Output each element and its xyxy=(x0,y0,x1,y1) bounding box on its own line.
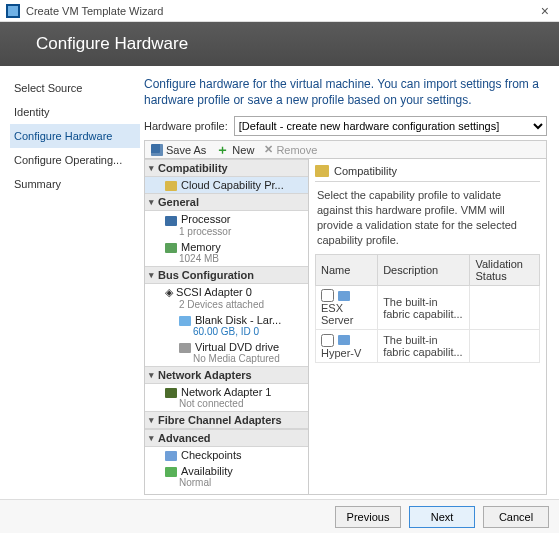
tree-item-availability[interactable]: AvailabilityNormal xyxy=(145,463,308,490)
intro-text: Configure hardware for the virtual machi… xyxy=(144,76,547,108)
tree-item-checkpoints[interactable]: Checkpoints xyxy=(145,447,308,463)
row-checkbox[interactable] xyxy=(321,289,334,302)
chevron-down-icon: ▾ xyxy=(149,197,154,207)
tree-section-bus[interactable]: ▾Bus Configuration xyxy=(145,266,308,284)
main-panel: Configure hardware for the virtual machi… xyxy=(140,66,559,499)
tree-section-general[interactable]: ▾General xyxy=(145,193,308,211)
window-title: Create VM Template Wizard xyxy=(26,5,537,17)
new-label: New xyxy=(232,144,254,156)
tree-section-fc[interactable]: ▾Fibre Channel Adapters xyxy=(145,411,308,429)
page-title: Configure Hardware xyxy=(36,34,188,54)
checkpoint-icon xyxy=(165,451,177,461)
tree-item-dvd[interactable]: Virtual DVD driveNo Media Captured xyxy=(145,339,308,366)
cloud-icon xyxy=(165,181,177,191)
chevron-down-icon: ▾ xyxy=(149,433,154,443)
hardware-profile-row: Hardware profile: [Default - create new … xyxy=(144,116,547,136)
nav-step-configure-hardware[interactable]: Configure Hardware xyxy=(10,124,140,148)
close-icon[interactable]: × xyxy=(537,3,553,19)
cpu-icon xyxy=(165,216,177,226)
save-as-label: Save As xyxy=(166,144,206,156)
availability-icon xyxy=(165,467,177,477)
detail-pane: Compatibility Select the capability prof… xyxy=(309,159,546,494)
table-row[interactable]: ESX Server The built-in fabric capabilit… xyxy=(316,285,540,330)
tree-item-memory[interactable]: Memory1024 MB xyxy=(145,239,308,266)
chevron-down-icon: ▾ xyxy=(149,370,154,380)
detail-title: Compatibility xyxy=(334,165,397,177)
app-icon xyxy=(6,4,20,18)
chevron-down-icon: ▾ xyxy=(149,270,154,280)
chevron-down-icon: ▾ xyxy=(149,163,154,173)
tree-item-nic1[interactable]: Network Adapter 1Not connected xyxy=(145,384,308,411)
capability-table: Name Description Validation Status ESX S… xyxy=(315,254,540,363)
row-checkbox[interactable] xyxy=(321,334,334,347)
remove-label: Remove xyxy=(276,144,317,156)
compatibility-icon xyxy=(315,165,329,177)
hardware-tree[interactable]: ▾Compatibility Cloud Capability Pr... ▾G… xyxy=(145,159,309,494)
profile-icon xyxy=(338,291,350,301)
tree-section-compatibility[interactable]: ▾Compatibility xyxy=(145,159,308,177)
remove-icon: ✕ xyxy=(264,143,273,156)
content-area: Select Source Identity Configure Hardwar… xyxy=(0,66,559,499)
detail-header: Compatibility xyxy=(315,163,540,182)
tree-item-blank-disk[interactable]: Blank Disk - Lar...60.00 GB, ID 0 xyxy=(145,312,308,339)
tree-section-advanced[interactable]: ▾Advanced xyxy=(145,429,308,447)
nav-step-select-source[interactable]: Select Source xyxy=(10,76,140,100)
dvd-icon xyxy=(179,343,191,353)
save-as-button[interactable]: Save As xyxy=(151,144,206,156)
table-row[interactable]: Hyper-V The built-in fabric capabilit... xyxy=(316,330,540,363)
col-description[interactable]: Description xyxy=(378,254,470,285)
remove-button: ✕ Remove xyxy=(264,143,317,156)
new-button[interactable]: ＋ New xyxy=(216,144,254,156)
hardware-profile-label: Hardware profile: xyxy=(144,120,228,132)
hardware-toolbar: Save As ＋ New ✕ Remove xyxy=(144,140,547,159)
detail-description: Select the capability profile to validat… xyxy=(315,182,540,253)
memory-icon xyxy=(165,243,177,253)
disk-icon xyxy=(179,316,191,326)
wizard-footer: Previous Next Cancel xyxy=(0,499,559,533)
tree-item-scsi[interactable]: ◈ SCSI Adapter 02 Devices attached xyxy=(145,284,308,312)
col-validation-status[interactable]: Validation Status xyxy=(470,254,540,285)
tree-item-processor[interactable]: Processor1 processor xyxy=(145,211,308,238)
profile-icon xyxy=(338,335,350,345)
cancel-button[interactable]: Cancel xyxy=(483,506,549,528)
nav-step-identity[interactable]: Identity xyxy=(10,100,140,124)
page-header: Configure Hardware xyxy=(0,22,559,66)
chevron-down-icon: ▾ xyxy=(149,415,154,425)
next-button[interactable]: Next xyxy=(409,506,475,528)
title-bar: Create VM Template Wizard × xyxy=(0,0,559,22)
save-icon xyxy=(151,144,163,156)
nav-step-configure-os[interactable]: Configure Operating... xyxy=(10,148,140,172)
nav-step-summary[interactable]: Summary xyxy=(10,172,140,196)
tree-section-network[interactable]: ▾Network Adapters xyxy=(145,366,308,384)
tree-item-firmware[interactable]: FirmwareSecure boot Enabled xyxy=(145,490,308,494)
hardware-panes: ▾Compatibility Cloud Capability Pr... ▾G… xyxy=(144,159,547,495)
hardware-profile-select[interactable]: [Default - create new hardware configura… xyxy=(234,116,547,136)
col-name[interactable]: Name xyxy=(316,254,378,285)
previous-button[interactable]: Previous xyxy=(335,506,401,528)
nic-icon xyxy=(165,388,177,398)
tree-item-cloud-capability[interactable]: Cloud Capability Pr... xyxy=(145,177,308,193)
plus-icon: ＋ xyxy=(216,144,229,156)
wizard-nav: Select Source Identity Configure Hardwar… xyxy=(0,66,140,499)
